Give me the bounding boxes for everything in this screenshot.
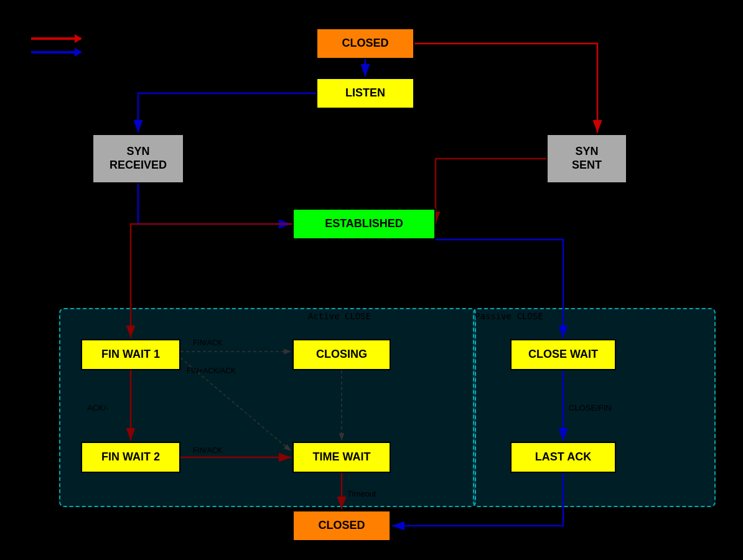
state-fin-wait-2: FIN WAIT 2 <box>81 442 180 473</box>
passive-close-label: Passive CLOSE <box>475 311 543 321</box>
passive-close-region <box>473 308 716 507</box>
active-close-label: Active CLOSE <box>308 311 371 321</box>
state-last-ack: LAST ACK <box>510 442 616 473</box>
state-syn-received: SYNRECEIVED <box>92 134 184 184</box>
state-time-wait: TIME WAIT <box>292 442 391 473</box>
tcp-state-diagram: Active CLOSE Passive CLOSE <box>0 0 743 560</box>
state-established: ESTABLISHED <box>292 208 436 240</box>
state-closed-bottom: CLOSED <box>292 510 391 541</box>
active-close-region <box>59 308 476 507</box>
state-closed-top: CLOSED <box>316 28 414 59</box>
active-arrow-legend <box>31 51 81 54</box>
legend <box>31 37 81 58</box>
state-listen: LISTEN <box>316 78 414 109</box>
passive-arrow-legend <box>31 37 81 40</box>
state-close-wait: CLOSE WAIT <box>510 339 616 370</box>
state-closing: CLOSING <box>292 339 391 370</box>
state-fin-wait-1: FIN WAIT 1 <box>81 339 180 370</box>
state-syn-sent: SYNSENT <box>546 134 627 184</box>
